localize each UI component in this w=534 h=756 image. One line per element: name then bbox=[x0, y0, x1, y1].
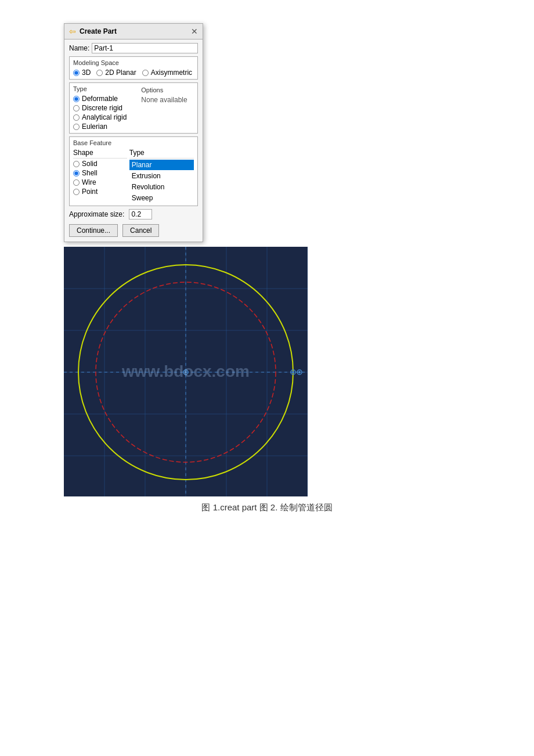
shape-radios: Solid Shell Wire bbox=[73, 160, 127, 196]
dialog-body: Name: Modeling Space 3D 2D Planar bbox=[64, 39, 203, 242]
cancel-button[interactable]: Cancel bbox=[122, 224, 159, 237]
none-available: None available bbox=[141, 96, 187, 104]
svg-point-18 bbox=[292, 371, 294, 373]
radio-axisymmetric[interactable]: Axisymmetric bbox=[142, 69, 192, 77]
dialog-wrapper: ⇦ Create Part ✕ Name: Modeling Space bbox=[64, 23, 470, 242]
base-feature-cols: Shape Solid Shell bbox=[73, 149, 194, 203]
name-label: Name: bbox=[69, 44, 89, 52]
create-part-dialog: ⇦ Create Part ✕ Name: Modeling Space bbox=[64, 23, 203, 242]
radio-eulerian[interactable]: Eulerian bbox=[73, 123, 132, 131]
approx-size-label: Approximate size: bbox=[69, 210, 124, 218]
button-row: Continue... Cancel bbox=[69, 223, 198, 238]
type-item-revolution[interactable]: Revolution bbox=[129, 182, 194, 192]
modeling-space-title: Modeling Space bbox=[73, 59, 194, 66]
radio-deformable[interactable]: Deformable bbox=[73, 95, 132, 103]
type-label: Type bbox=[73, 85, 132, 92]
approx-size-row: Approximate size: bbox=[69, 209, 198, 219]
radio-analytical-rigid[interactable]: Analytical rigid bbox=[73, 113, 132, 121]
radio-wire[interactable]: Wire bbox=[73, 178, 127, 186]
shape-col: Shape Solid Shell bbox=[73, 149, 127, 203]
name-input[interactable] bbox=[92, 43, 198, 53]
canvas-svg bbox=[64, 247, 308, 496]
type-item-sweep[interactable]: Sweep bbox=[129, 193, 194, 203]
dialog-icon: ⇦ bbox=[69, 27, 76, 36]
modeling-space-section: Modeling Space 3D 2D Planar Axisymmet bbox=[69, 56, 198, 80]
type-col-list: Type Planar Extrusion Revolution Sweep bbox=[129, 149, 194, 203]
approx-size-input[interactable] bbox=[129, 209, 152, 219]
radio-solid[interactable]: Solid bbox=[73, 160, 127, 168]
svg-point-16 bbox=[185, 371, 187, 373]
base-feature-header: Base Feature bbox=[73, 139, 194, 146]
type-item-extrusion[interactable]: Extrusion bbox=[129, 171, 194, 181]
svg-point-20 bbox=[298, 371, 301, 373]
type-radios: Deformable Discrete rigid Analytical rig… bbox=[73, 95, 132, 131]
modeling-space-radios: 3D 2D Planar Axisymmetric bbox=[73, 69, 194, 77]
dialog-title-left: ⇦ Create Part bbox=[69, 27, 117, 36]
name-row: Name: bbox=[69, 43, 198, 53]
shape-col-header: Shape bbox=[73, 149, 127, 159]
close-icon[interactable]: ✕ bbox=[191, 27, 198, 35]
canvas-area: www.bdocx.com bbox=[64, 247, 308, 496]
radio-shell[interactable]: Shell bbox=[73, 169, 127, 177]
type-item-planar[interactable]: Planar bbox=[129, 160, 194, 170]
radio-discrete-rigid[interactable]: Discrete rigid bbox=[73, 104, 132, 112]
dialog-titlebar: ⇦ Create Part ✕ bbox=[64, 24, 203, 39]
canvas-wrapper: www.bdocx.com bbox=[64, 247, 470, 496]
base-feature-section: Base Feature Shape Solid bbox=[69, 136, 198, 206]
options-label: Options bbox=[141, 87, 187, 93]
options-col: Options None available bbox=[135, 85, 194, 131]
dialog-title: Create Part bbox=[80, 27, 117, 35]
type-col: Type Deformable Discrete rigid bbox=[73, 85, 132, 131]
type-options-cols: Type Deformable Discrete rigid bbox=[73, 85, 194, 131]
type-col-list-header: Type bbox=[129, 149, 194, 159]
radio-3d[interactable]: 3D bbox=[73, 69, 91, 77]
page-content: ⇦ Create Part ✕ Name: Modeling Space bbox=[64, 23, 470, 513]
type-options-section: Type Deformable Discrete rigid bbox=[69, 82, 198, 134]
continue-button[interactable]: Continue... bbox=[69, 224, 118, 237]
radio-2d-planar[interactable]: 2D Planar bbox=[96, 69, 136, 77]
radio-point[interactable]: Point bbox=[73, 188, 127, 196]
figure-caption: 图 1.creat part 图 2. 绘制管道径圆 bbox=[201, 502, 332, 513]
type-list: Planar Extrusion Revolution Sweep bbox=[129, 160, 194, 203]
